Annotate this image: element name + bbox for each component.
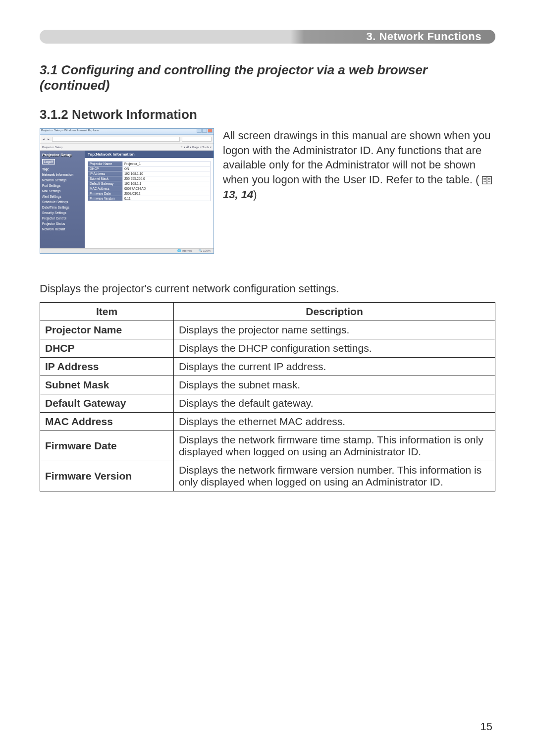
page-number: 15	[481, 720, 492, 733]
tab-label: Projector Setup	[42, 146, 62, 149]
table-row: Projector Name Displays the projector na…	[40, 321, 495, 339]
back-icon: ◄	[42, 138, 45, 141]
desc-cell: Displays the projector name settings.	[174, 321, 495, 339]
screenshot-window-title: Projector Setup - Windows Internet Explo…	[41, 129, 99, 134]
table-row: DHCP Displays the DHCP configuration set…	[40, 339, 495, 358]
table-row: IP Address Displays the current IP addre…	[40, 358, 495, 376]
item-cell: Subnet Mask	[40, 376, 174, 394]
sidebar-item: Network Information	[42, 172, 83, 177]
logoff-button: Logoff	[42, 159, 55, 164]
item-cell: Firmware Date	[40, 431, 174, 461]
section-title: 3.1 Configuring and controlling the proj…	[40, 62, 495, 93]
table-row: Firmware Version Displays the network fi…	[40, 461, 495, 491]
sidebar-item: Projector Status	[42, 221, 83, 226]
status-internet: 🌐 Internet	[177, 249, 192, 253]
sidebar-header: Projector Setup	[42, 153, 83, 157]
page-reference: 13, 14	[223, 188, 253, 201]
item-cell: IP Address	[40, 358, 174, 376]
screenshot-network-information: Projector Setup - Windows Internet Explo…	[40, 128, 214, 254]
maximize-icon	[202, 129, 207, 133]
table-row: Subnet Mask Displays the subnet mask.	[40, 376, 495, 394]
manual-reference-icon	[482, 176, 492, 184]
sidebar-item: Alert Settings	[42, 194, 83, 199]
desc-cell: Displays the network firmware version nu…	[174, 461, 495, 491]
item-cell: Projector Name	[40, 321, 174, 339]
desc-cell: Displays the ethernet MAC address.	[174, 413, 495, 431]
status-zoom: 🔍 100%	[199, 249, 211, 253]
sidebar-item: Schedule Settings	[42, 199, 83, 205]
table-caption: Displays the projector's current network…	[40, 282, 495, 295]
item-cell: Default Gateway	[40, 394, 174, 413]
sidebar-item: Network Restart	[42, 226, 83, 232]
sidebar-item: Projector Control	[42, 216, 83, 221]
column-header-description: Description	[174, 303, 495, 321]
intro-paragraph: All screen drawings in this manual are s…	[223, 128, 495, 254]
toolbar-right-text: ☆ ▾ 🖶 ▾ Page ▾ Tools ▾	[180, 145, 212, 149]
sidebar-item: Security Settings	[42, 210, 83, 216]
table-row: Firmware Date Displays the network firmw…	[40, 431, 495, 461]
sidebar-item: Top:	[42, 166, 83, 172]
address-bar	[52, 137, 180, 142]
sidebar-item: Mail Settings	[42, 188, 83, 194]
search-box	[182, 137, 212, 142]
desc-cell: Displays the network firmware time stamp…	[174, 431, 495, 461]
subsection-title: 3.1.2 Network Information	[40, 107, 495, 122]
desc-cell: Displays the DHCP configuration settings…	[174, 339, 495, 358]
sidebar-item: Date/Time Settings	[42, 205, 83, 210]
table-row: Default Gateway Displays the default gat…	[40, 394, 495, 413]
desc-cell: Displays the default gateway.	[174, 394, 495, 413]
item-cell: MAC Address	[40, 413, 174, 431]
item-cell: DHCP	[40, 339, 174, 358]
desc-cell: Displays the subnet mask.	[174, 376, 495, 394]
item-cell: Firmware Version	[40, 461, 174, 491]
chapter-title: 3. Network Functions	[367, 30, 482, 43]
forward-icon: ►	[47, 138, 50, 141]
screenshot-info-table: Projector NameProjector_1 DHCPON IP Addr…	[88, 161, 211, 201]
sidebar-item: Port Settings	[42, 183, 83, 188]
close-icon	[208, 129, 213, 133]
desc-cell: Displays the current IP address.	[174, 358, 495, 376]
chapter-header-bar: 3. Network Functions	[40, 30, 495, 44]
sidebar-item: Network Settings	[42, 177, 83, 183]
screenshot-main-title: Top:Network Information	[85, 151, 214, 158]
description-table: Item Description Projector Name Displays…	[40, 302, 495, 491]
minimize-icon	[197, 129, 202, 133]
table-row: MAC Address Displays the ethernet MAC ad…	[40, 413, 495, 431]
column-header-item: Item	[40, 303, 174, 321]
